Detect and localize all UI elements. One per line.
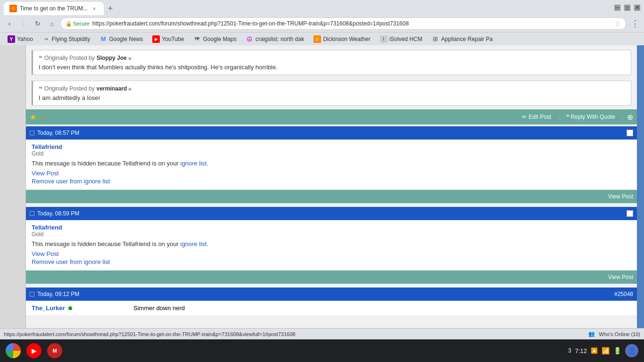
flying-stupidity-icon: 💀 (42, 35, 50, 43)
post-2-ignore-link[interactable]: ignore list (181, 240, 207, 247)
window-controls: ─ ◻ ✕ (614, 5, 640, 11)
new-tab-button[interactable]: + (104, 2, 117, 15)
taskbar-profile-icon[interactable]: 👤 (625, 344, 638, 357)
edit-post-button[interactable]: ✏ Edit Post (519, 113, 554, 121)
back-button[interactable]: ‹ (4, 18, 15, 29)
bookmark-flying-stupidity[interactable]: 💀 Flying Stupidity (39, 34, 94, 44)
post-2-view-post-link[interactable]: View Post (32, 250, 631, 257)
post-1-username[interactable]: Tellafriend (32, 143, 62, 150)
bookmark-appliance-repair-label: Appliance Repair Pa (441, 36, 493, 42)
post-3-content: Simmer down nerd (133, 304, 631, 312)
post-3-username[interactable]: The_Lurker (32, 304, 65, 312)
quote-header-2: ❝ Originally Posted by verminaard ▶ (39, 85, 625, 92)
dickinson-weather-icon: D (314, 35, 321, 43)
post-1-body: Tellafriend Gold This message is hidden … (26, 140, 637, 190)
main-area: ❝ Originally Posted by Sloppy Joe ▶ I do… (0, 45, 644, 328)
taskbar-time-display: 7:12 (575, 347, 587, 354)
close-window-button[interactable]: ✕ (634, 5, 640, 11)
isolved-icon: i (380, 35, 388, 43)
post-1-checkbox[interactable] (627, 130, 633, 136)
originally-posted-label-1: Originally Posted by (44, 55, 95, 61)
taskbar-youtube-icon[interactable]: ▶ (26, 343, 41, 358)
post-1-message-suffix: . (206, 160, 208, 167)
quote-author-2: verminaard (97, 85, 127, 92)
post-2-username[interactable]: Tellafriend (32, 224, 62, 231)
post-1-footer: View Post (26, 190, 637, 203)
post-2: Today, 08:59 PM Tellafriend Gold This me… (26, 207, 637, 284)
address-bar[interactable]: 🔒 Secure https://pokerfraudalert.com/for… (60, 17, 626, 30)
edit-icon: ✏ (522, 114, 527, 120)
post-3-number: #25048 (614, 291, 633, 297)
taskbar-battery-icon: 🔋 (613, 347, 621, 354)
post-2-rank: Gold (32, 231, 631, 238)
home-button[interactable]: ⌂ (46, 18, 58, 29)
reply-icon: ❝ (566, 114, 569, 120)
post-2-footer-view-post[interactable]: View Post (608, 274, 633, 280)
quote-text-1: I don't even think that Mumbles actually… (39, 64, 625, 71)
post-3-header: Today, 09:12 PM #25048 (26, 288, 637, 301)
multi-quote-button[interactable]: ⊕ (627, 113, 633, 122)
tab-bar: 🔶 Time to get on the TRUM... × + (4, 0, 117, 15)
bookmark-craigslist-label: craigslist: north dak (256, 36, 304, 42)
online-indicator (68, 306, 72, 310)
action-divider-2: | (622, 114, 623, 121)
action-bar: ★ ⚠ ✏ Edit Post | ❝ Reply With Quote | ⊕ (26, 109, 637, 124)
taskbar-chrome-icon[interactable] (6, 343, 21, 358)
quote-icon-2: ❝ (39, 85, 42, 92)
bookmark-star-icon[interactable]: ☆ (615, 20, 621, 27)
quote-expand-icon-1[interactable]: ▶ (129, 56, 132, 61)
post-3-body: The_Lurker Simmer down nerd (26, 301, 637, 315)
bookmark-youtube-label: YouTube (162, 36, 184, 42)
tab-close-button[interactable]: × (91, 5, 98, 12)
reply-with-quote-button[interactable]: ❝ Reply With Quote (563, 113, 618, 121)
post-2-timestamp: Today, 08:59 PM (37, 210, 79, 217)
taskbar-time-area: 3 7:12 🔼 📶 🔋 👤 (568, 344, 638, 357)
minimize-button[interactable]: ─ (614, 5, 620, 11)
post-2-body: Tellafriend Gold This message is hidden … (26, 220, 637, 271)
google-maps-icon: 🗺 (193, 35, 201, 43)
forward-button[interactable]: › (18, 18, 29, 29)
refresh-button[interactable]: ↻ (32, 18, 43, 29)
maximize-button[interactable]: ◻ (624, 5, 630, 11)
post-2-remove-ignore-link[interactable]: Remove user from ignore list (32, 258, 631, 265)
bookmark-isolved[interactable]: i iSolved HCM (376, 34, 426, 44)
bookmark-yahoo[interactable]: Y Yahoo (4, 34, 37, 44)
bookmark-google-maps[interactable]: 🗺 Google Maps (190, 34, 240, 44)
bookmarks-bar: Y Yahoo 💀 Flying Stupidity M Google News… (0, 32, 644, 45)
quote-expand-icon-2[interactable]: ▶ (129, 86, 132, 91)
lock-icon: 🔒 (66, 21, 72, 27)
post-new-icon-3 (30, 292, 34, 296)
menu-button[interactable]: ⋮ (629, 18, 640, 29)
left-sidebar (0, 45, 26, 328)
post-1-ignore-link[interactable]: ignore list (181, 160, 207, 167)
post-3-user-col: The_Lurker (32, 304, 126, 312)
bookmark-appliance-repair[interactable]: ⊞ Appliance Repair Pa (428, 34, 496, 44)
taskbar-battery-num: 3 (568, 347, 571, 354)
bookmark-dickinson-weather[interactable]: D Dickinson Weather (310, 34, 374, 44)
quote-icon-1: ❝ (39, 54, 42, 62)
bookmark-craigslist[interactable]: ☮ craigslist: north dak (242, 34, 308, 44)
warning-icon[interactable]: ⚠ (40, 113, 46, 121)
bookmark-google-news[interactable]: M Google News (96, 34, 147, 44)
taskbar-gmail-icon[interactable]: M (47, 343, 62, 358)
post-1-remove-ignore-link[interactable]: Remove user from ignore list (32, 178, 631, 185)
secure-badge: 🔒 Secure (66, 21, 90, 27)
post-2-checkbox[interactable] (627, 210, 633, 217)
post-1: Today, 08:57 PM Tellafriend Gold This me… (26, 126, 637, 203)
quote-box-1: ❝ Originally Posted by Sloppy Joe ▶ I do… (32, 50, 631, 75)
bookmark-google-maps-label: Google Maps (203, 36, 236, 42)
right-scrollbar[interactable] (637, 45, 644, 328)
bookmark-isolved-label: iSolved HCM (389, 36, 422, 42)
active-tab[interactable]: 🔶 Time to get on the TRUM... × (4, 2, 104, 15)
post-1-view-post-link[interactable]: View Post (32, 170, 631, 177)
status-url: https://pokerfraudalert.com/forum/showth… (4, 331, 588, 337)
originally-posted-label-2: Originally Posted by (44, 85, 95, 92)
star-icon[interactable]: ★ (30, 113, 36, 122)
bookmark-google-news-label: Google News (109, 36, 143, 42)
bookmark-dickinson-weather-label: Dickinson Weather (323, 36, 371, 42)
post-1-timestamp: Today, 08:57 PM (37, 130, 79, 136)
craigslist-icon: ☮ (246, 35, 254, 43)
post-2-header: Today, 08:59 PM (26, 207, 637, 220)
bookmark-youtube[interactable]: ▶ YouTube (149, 34, 188, 44)
post-1-footer-view-post[interactable]: View Post (608, 193, 633, 200)
